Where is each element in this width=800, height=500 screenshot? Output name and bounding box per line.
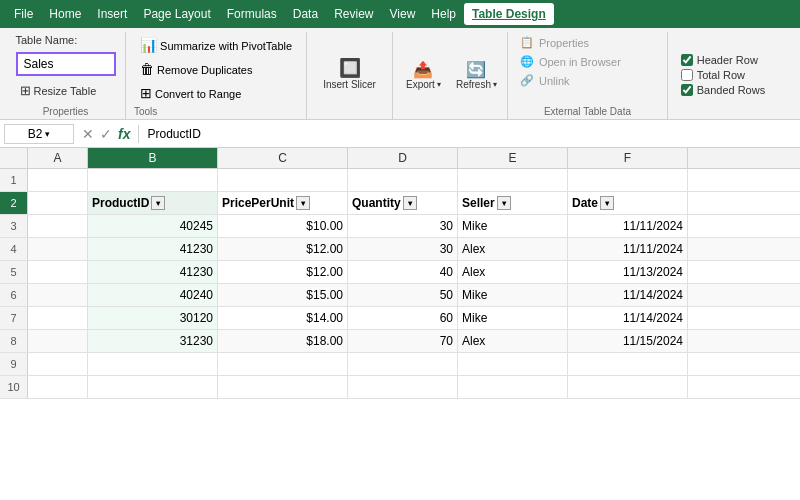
- cell-e10[interactable]: [458, 376, 568, 398]
- cell-c9[interactable]: [218, 353, 348, 375]
- cell-d3[interactable]: 30: [348, 215, 458, 237]
- insert-slicer-button[interactable]: 🔲 Insert Slicer: [315, 45, 384, 105]
- cell-d1[interactable]: [348, 169, 458, 191]
- cell-e5[interactable]: Alex: [458, 261, 568, 283]
- refresh-button[interactable]: 🔄 Refresh ▾: [454, 56, 499, 94]
- cell-e2[interactable]: Seller ▾: [458, 192, 568, 214]
- priceperunit-filter-btn[interactable]: ▾: [296, 196, 310, 210]
- col-header-d[interactable]: D: [348, 148, 458, 168]
- menu-help[interactable]: Help: [423, 3, 464, 25]
- menu-formulas[interactable]: Formulas: [219, 3, 285, 25]
- menu-table-design[interactable]: Table Design: [464, 3, 554, 25]
- cell-e7[interactable]: Mike: [458, 307, 568, 329]
- cell-a4[interactable]: [28, 238, 88, 260]
- cell-f1[interactable]: [568, 169, 688, 191]
- table-name-input[interactable]: [16, 52, 116, 76]
- cell-b1[interactable]: [88, 169, 218, 191]
- cell-f5[interactable]: 11/13/2024: [568, 261, 688, 283]
- cell-a3[interactable]: [28, 215, 88, 237]
- cell-a5[interactable]: [28, 261, 88, 283]
- cell-e1[interactable]: [458, 169, 568, 191]
- cell-a1[interactable]: [28, 169, 88, 191]
- formula-input[interactable]: [143, 127, 796, 141]
- cell-f10[interactable]: [568, 376, 688, 398]
- cell-d4[interactable]: 30: [348, 238, 458, 260]
- cell-reference-box[interactable]: B2 ▾: [4, 124, 74, 144]
- col-header-b[interactable]: B: [88, 148, 218, 168]
- export-button[interactable]: 📤 Export ▾: [401, 56, 446, 94]
- cell-b4[interactable]: 41230: [88, 238, 218, 260]
- confirm-icon[interactable]: ✓: [100, 126, 112, 142]
- fx-icon[interactable]: fx: [118, 126, 130, 142]
- productid-filter-btn[interactable]: ▾: [151, 196, 165, 210]
- cell-f3[interactable]: 11/11/2024: [568, 215, 688, 237]
- cell-f4[interactable]: 11/11/2024: [568, 238, 688, 260]
- total-row-checkbox-label[interactable]: Total Row: [681, 69, 766, 81]
- cell-e9[interactable]: [458, 353, 568, 375]
- total-row-checkbox[interactable]: [681, 69, 693, 81]
- cell-a6[interactable]: [28, 284, 88, 306]
- cell-c10[interactable]: [218, 376, 348, 398]
- cell-c3[interactable]: $10.00: [218, 215, 348, 237]
- quantity-filter-btn[interactable]: ▾: [403, 196, 417, 210]
- cell-a7[interactable]: [28, 307, 88, 329]
- cell-e6[interactable]: Mike: [458, 284, 568, 306]
- date-filter-btn[interactable]: ▾: [600, 196, 614, 210]
- cell-d7[interactable]: 60: [348, 307, 458, 329]
- convert-to-range-button[interactable]: ⊞ Convert to Range: [134, 82, 247, 104]
- cell-d9[interactable]: [348, 353, 458, 375]
- cell-c6[interactable]: $15.00: [218, 284, 348, 306]
- seller-filter-btn[interactable]: ▾: [497, 196, 511, 210]
- header-row-checkbox[interactable]: [681, 54, 693, 66]
- cell-d8[interactable]: 70: [348, 330, 458, 352]
- col-header-a[interactable]: A: [28, 148, 88, 168]
- cell-e4[interactable]: Alex: [458, 238, 568, 260]
- cell-a9[interactable]: [28, 353, 88, 375]
- cell-a2[interactable]: [28, 192, 88, 214]
- header-row-checkbox-label[interactable]: Header Row: [681, 54, 766, 66]
- cell-d10[interactable]: [348, 376, 458, 398]
- cell-b9[interactable]: [88, 353, 218, 375]
- banded-rows-checkbox-label[interactable]: Banded Rows: [681, 84, 766, 96]
- cell-f6[interactable]: 11/14/2024: [568, 284, 688, 306]
- cell-f2[interactable]: Date ▾: [568, 192, 688, 214]
- cell-e8[interactable]: Alex: [458, 330, 568, 352]
- cell-a10[interactable]: [28, 376, 88, 398]
- col-header-f[interactable]: F: [568, 148, 688, 168]
- menu-data[interactable]: Data: [285, 3, 326, 25]
- cancel-icon[interactable]: ✕: [82, 126, 94, 142]
- menu-file[interactable]: File: [6, 3, 41, 25]
- cell-a8[interactable]: [28, 330, 88, 352]
- cell-e3[interactable]: Mike: [458, 215, 568, 237]
- resize-table-button[interactable]: ⊞ Resize Table: [16, 81, 101, 100]
- menu-page-layout[interactable]: Page Layout: [135, 3, 218, 25]
- cell-d5[interactable]: 40: [348, 261, 458, 283]
- cell-c2[interactable]: PricePerUnit ▾: [218, 192, 348, 214]
- summarize-pivot-button[interactable]: 📊 Summarize with PivotTable: [134, 34, 298, 56]
- cell-f8[interactable]: 11/15/2024: [568, 330, 688, 352]
- banded-rows-checkbox[interactable]: [681, 84, 693, 96]
- menu-view[interactable]: View: [382, 3, 424, 25]
- remove-duplicates-button[interactable]: 🗑 Remove Duplicates: [134, 58, 258, 80]
- cell-d6[interactable]: 50: [348, 284, 458, 306]
- menu-insert[interactable]: Insert: [89, 3, 135, 25]
- cell-c8[interactable]: $18.00: [218, 330, 348, 352]
- cell-c5[interactable]: $12.00: [218, 261, 348, 283]
- cell-b5[interactable]: 41230: [88, 261, 218, 283]
- col-header-e[interactable]: E: [458, 148, 568, 168]
- cell-b6[interactable]: 40240: [88, 284, 218, 306]
- cell-c4[interactable]: $12.00: [218, 238, 348, 260]
- menu-home[interactable]: Home: [41, 3, 89, 25]
- cell-f9[interactable]: [568, 353, 688, 375]
- menu-review[interactable]: Review: [326, 3, 381, 25]
- cell-b10[interactable]: [88, 376, 218, 398]
- cell-b7[interactable]: 30120: [88, 307, 218, 329]
- cell-b3[interactable]: 40245: [88, 215, 218, 237]
- cell-c7[interactable]: $14.00: [218, 307, 348, 329]
- cell-b2[interactable]: ProductID ▾: [88, 192, 218, 214]
- cell-c1[interactable]: [218, 169, 348, 191]
- cell-b8[interactable]: 31230: [88, 330, 218, 352]
- col-header-c[interactable]: C: [218, 148, 348, 168]
- cell-f7[interactable]: 11/14/2024: [568, 307, 688, 329]
- cell-d2[interactable]: Quantity ▾: [348, 192, 458, 214]
